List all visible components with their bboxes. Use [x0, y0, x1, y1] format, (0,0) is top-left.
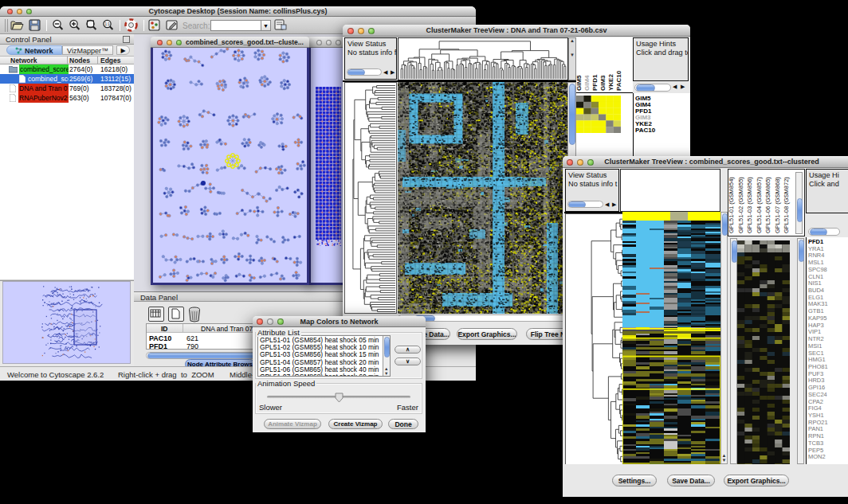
- svg-text:1:1: 1:1: [104, 22, 110, 26]
